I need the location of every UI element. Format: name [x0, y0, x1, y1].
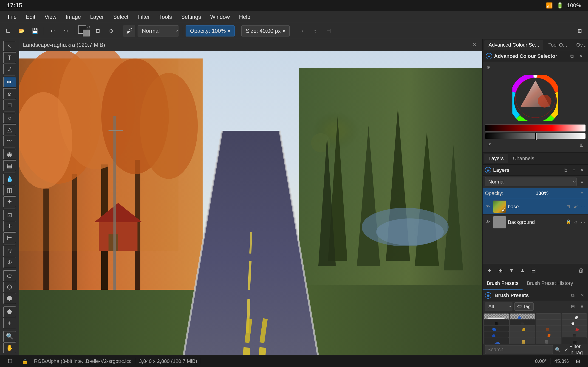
polygon-tool[interactable]: △	[3, 124, 16, 135]
layers-close-btn[interactable]: ✕	[578, 167, 586, 174]
text-tool[interactable]: T	[3, 52, 16, 63]
mirror-btn[interactable]: ⊣	[323, 25, 334, 36]
brush-preset-round-pencil[interactable]	[510, 337, 535, 344]
open-btn[interactable]: 📂	[16, 25, 27, 36]
size-control[interactable]: Size: 40.00 px ▾	[242, 25, 290, 36]
layer-alpha-btn[interactable]: α	[572, 219, 579, 225]
duplicate-layer-btn[interactable]: ⊞	[496, 266, 505, 275]
tab-advanced-colour[interactable]: Advanced Colour Se...	[484, 40, 543, 50]
fill-tool[interactable]: ◉	[3, 149, 16, 160]
zoom-fit-btn[interactable]: ⊞	[572, 356, 583, 367]
layer-visibility-base[interactable]: 👁	[484, 203, 491, 210]
layer-edit-btn[interactable]: ⊟	[565, 203, 571, 210]
tab-brush-history[interactable]: Brush Preset History	[523, 277, 577, 290]
layout-btn[interactable]: ⊞	[574, 25, 585, 36]
opacity-control[interactable]: Opacity: 100% ▾	[186, 25, 235, 36]
flip-v-btn[interactable]: ↕	[310, 25, 321, 36]
menu-view[interactable]: View	[40, 12, 61, 22]
gradient-tool[interactable]: ▤	[3, 160, 16, 171]
tab-channels[interactable]: Channels	[509, 154, 538, 163]
color-reset-btn[interactable]: ↺	[485, 141, 493, 149]
flip-h-btn[interactable]: ↔	[296, 25, 307, 36]
redo-btn[interactable]: ↪	[61, 25, 71, 36]
bezier-sel-tool[interactable]: ⌖	[3, 318, 16, 328]
tab-overview[interactable]: Ov...	[572, 40, 588, 50]
menu-layer[interactable]: Layer	[86, 12, 108, 22]
select-tool[interactable]: ↖	[3, 41, 16, 52]
opacity-menu-btn[interactable]: ≡	[578, 190, 586, 197]
color-grid-btn[interactable]: ⊞	[485, 64, 492, 71]
tab-layers[interactable]: Layers	[484, 154, 508, 163]
brush-options-btn[interactable]: ≡	[578, 303, 586, 310]
layer-item-base[interactable]: 👁 🖌 base ⊟ 🖌 ⋯	[483, 199, 588, 215]
status-view-btn[interactable]: ☐	[5, 356, 16, 367]
tab-tool-options[interactable]: Tool O...	[544, 40, 571, 50]
layers-blend-filter-btn[interactable]: ≡	[578, 178, 586, 185]
hue-gradient-bar[interactable]	[485, 124, 586, 132]
value-gradient-bar[interactable]	[485, 133, 586, 139]
brush-search-input[interactable]	[485, 345, 553, 354]
layer-more-btn[interactable]: ⋯	[580, 203, 586, 210]
layer-item-background[interactable]: 👁 Background 🔒 α ⋯	[483, 215, 588, 230]
layer-type-btn[interactable]: 🖌	[572, 203, 579, 210]
measure-tool[interactable]: ⊢	[3, 232, 16, 243]
brush-filter-in-tag-btn[interactable]: ✓ Filter in Tag	[562, 345, 586, 354]
menu-select[interactable]: Select	[109, 12, 132, 22]
menu-filter[interactable]: Filter	[133, 12, 154, 22]
color-panel-close-btn[interactable]: ✕	[578, 52, 585, 60]
new-document-btn[interactable]: ☐	[3, 25, 14, 36]
color-swatches[interactable]: ⇄	[78, 25, 90, 37]
fill-tool-btn[interactable]: ⊞	[92, 25, 103, 36]
shapes-sel-tool[interactable]: ⬟	[3, 307, 16, 317]
smart-patch-tool[interactable]: ◫	[3, 185, 16, 196]
ellipse-tool[interactable]: ○	[3, 113, 16, 124]
brush-expand-btn[interactable]: ⧉	[569, 292, 577, 299]
menu-file[interactable]: File	[4, 12, 21, 22]
delete-layer-btn[interactable]: 🗑	[577, 266, 586, 275]
layer-props-btn[interactable]: ⊟	[529, 266, 538, 275]
swap-colors-icon[interactable]: ⇄	[87, 25, 90, 29]
brush-view-toggle-btn[interactable]: ⊞	[569, 303, 577, 310]
tab-brush-presets[interactable]: Brush Presets	[483, 277, 523, 290]
background-color[interactable]	[83, 30, 90, 36]
color-wheel-svg[interactable]	[512, 75, 558, 121]
pan-tool[interactable]: ✋	[3, 342, 16, 353]
brush-close-btn[interactable]: ✕	[578, 292, 586, 299]
brush-preset-blue2[interactable]	[484, 337, 509, 344]
add-layer-btn[interactable]: +	[485, 266, 494, 275]
save-btn[interactable]: 💾	[29, 25, 40, 36]
move-tool[interactable]: ✛	[3, 221, 16, 232]
color-options-btn[interactable]: ⊞	[578, 141, 586, 149]
brush-tag-btn[interactable]: 🏷 Tag	[514, 302, 534, 311]
color-wheel-container[interactable]	[485, 73, 586, 123]
freehand-sel-tool[interactable]: ⬡	[3, 282, 16, 292]
warp-tool[interactable]: ⊛	[3, 257, 16, 268]
transform-tool[interactable]: ⤢	[3, 64, 16, 74]
layers-expand-btn[interactable]: ⧉	[562, 167, 569, 174]
smudge-tool[interactable]: ≋	[3, 246, 16, 257]
status-lock-btn[interactable]: 🔒	[19, 356, 30, 367]
eyedropper-tool[interactable]: 💧	[3, 174, 16, 184]
brush-preset-gray-pen[interactable]	[536, 337, 561, 344]
canvas-content[interactable]: ↙	[19, 51, 482, 355]
transform-btn[interactable]: ⊕	[106, 25, 117, 36]
brush-preset-dark-marker[interactable]	[562, 337, 587, 344]
crop-tool[interactable]: ⊡	[3, 210, 16, 220]
calligraphy-tool[interactable]: ⌀	[3, 88, 16, 99]
ellipse-sel-tool[interactable]: ⬭	[3, 270, 16, 281]
freehand-tool[interactable]: 〜	[3, 135, 16, 146]
canvas-close-btn[interactable]: ✕	[470, 41, 479, 49]
zoom-tool[interactable]: 🔍	[3, 331, 16, 342]
menu-settings[interactable]: Settings	[177, 12, 205, 22]
brush-filter-select[interactable]: All	[485, 302, 512, 311]
rect-tool[interactable]: □	[3, 100, 16, 110]
layer-more-btn-bg[interactable]: ⋯	[580, 219, 586, 225]
move-layer-down-btn[interactable]: ▼	[507, 266, 516, 275]
layers-blend-select[interactable]: Normal	[485, 177, 577, 186]
menu-window[interactable]: Window	[206, 12, 234, 22]
menu-image[interactable]: Image	[61, 12, 85, 22]
layer-visibility-bg[interactable]: 👁	[484, 219, 491, 226]
brush-tool[interactable]: ✏	[3, 77, 16, 88]
undo-btn[interactable]: ↩	[47, 25, 58, 36]
color-panel-expand-btn[interactable]: ⧉	[568, 52, 576, 60]
